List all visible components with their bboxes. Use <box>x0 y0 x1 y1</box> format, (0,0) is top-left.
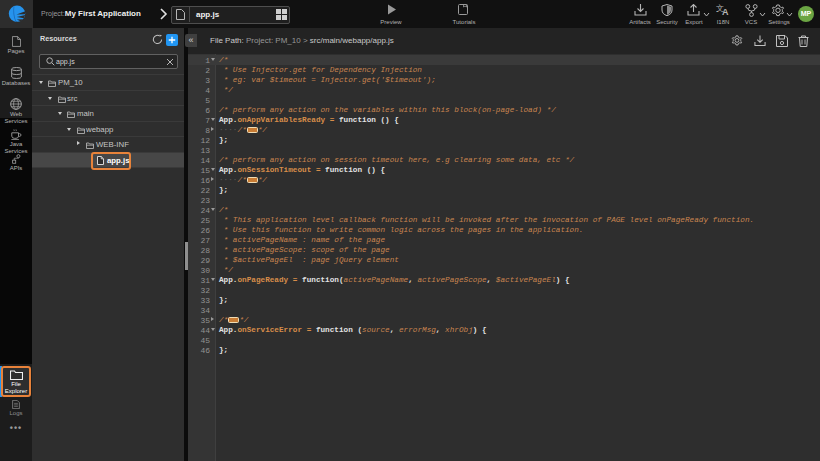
svg-text:A: A <box>722 7 729 16</box>
